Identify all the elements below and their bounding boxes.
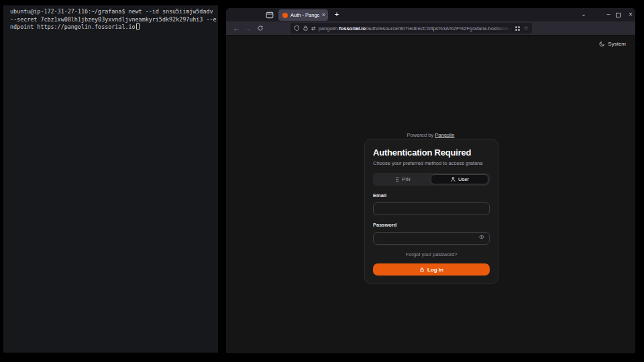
pangolin-favicon bbox=[282, 13, 288, 18]
tracking-shield-icon[interactable] bbox=[294, 25, 300, 32]
browser-tab-auth-pangolin[interactable]: Auth - Pangolin × bbox=[278, 9, 328, 21]
user-icon bbox=[450, 176, 456, 182]
theme-label: System bbox=[608, 41, 626, 47]
theme-toggle[interactable]: System bbox=[599, 41, 626, 47]
card-subtitle: Choose your preferred method to access g… bbox=[373, 160, 490, 166]
terminal-line: ndpoint https://pangolin.fossorial.io bbox=[10, 23, 214, 32]
terminal-window[interactable]: ubuntu@ip-172-31-27-116:~/grafana$ newt … bbox=[3, 5, 218, 353]
firefox-view-icon[interactable] bbox=[264, 10, 274, 19]
browser-window: Auth - Pangolin × + ⌄ – × ← → ⇄ pangolin… bbox=[226, 8, 635, 353]
login-button[interactable]: Log in bbox=[373, 263, 490, 276]
auth-card: Authentication Required Choose your pref… bbox=[364, 139, 498, 284]
window-close-button[interactable]: × bbox=[627, 11, 635, 18]
lock-icon bbox=[419, 267, 425, 273]
redirect-arrows-icon[interactable]: ⇄ bbox=[311, 25, 316, 32]
bookmark-star-icon[interactable]: ☆ bbox=[523, 25, 529, 32]
window-maximize-button[interactable] bbox=[616, 13, 621, 17]
moon-icon bbox=[599, 41, 605, 47]
password-label: Password bbox=[373, 222, 490, 228]
page-content: System Powered by Pangolin Authenticatio… bbox=[226, 36, 635, 353]
new-tab-button[interactable]: + bbox=[332, 10, 341, 19]
url-text: pangolin.fossorial.io/auth/resource/90?r… bbox=[319, 25, 512, 32]
tab-user[interactable]: User bbox=[431, 174, 488, 184]
page-actions-grid-icon[interactable] bbox=[515, 25, 521, 32]
card-title: Authentication Required bbox=[373, 147, 490, 158]
browser-toolbar: ← → ⇄ pangolin.fossorial.io/auth/resourc… bbox=[226, 21, 635, 36]
password-field[interactable] bbox=[373, 232, 490, 245]
terminal-line: ubuntu@ip-172-31-27-116:~/grafana$ newt … bbox=[10, 8, 214, 16]
list-tabs-chevron-icon[interactable]: ⌄ bbox=[579, 11, 588, 17]
lock-icon[interactable] bbox=[303, 25, 309, 32]
tab-close-icon[interactable]: × bbox=[322, 12, 325, 18]
tab-pin[interactable]: PIN bbox=[374, 174, 431, 184]
back-button[interactable]: ← bbox=[231, 23, 241, 34]
keypad-icon bbox=[394, 176, 400, 182]
show-password-eye-icon[interactable] bbox=[478, 234, 485, 240]
tab-bar: Auth - Pangolin × + ⌄ – × bbox=[226, 8, 635, 21]
terminal-line: --secret 7cbz1xw08lh1jbzey03yxvndljvneam… bbox=[10, 16, 214, 24]
forgot-password-link[interactable]: Forgot your password? bbox=[373, 251, 490, 257]
pangolin-link[interactable]: Pangolin bbox=[435, 132, 454, 138]
powered-by: Powered by Pangolin bbox=[226, 132, 635, 138]
reload-button[interactable] bbox=[255, 23, 265, 34]
forward-button[interactable]: → bbox=[243, 23, 253, 34]
terminal-cursor bbox=[136, 23, 140, 29]
window-minimize-button[interactable]: – bbox=[604, 11, 612, 17]
email-label: Email bbox=[373, 192, 490, 198]
url-bar[interactable]: ⇄ pangolin.fossorial.io/auth/resource/90… bbox=[290, 23, 532, 34]
auth-method-tabs: PIN User bbox=[373, 173, 490, 186]
tab-title: Auth - Pangolin bbox=[290, 12, 319, 18]
email-field[interactable] bbox=[373, 202, 490, 215]
